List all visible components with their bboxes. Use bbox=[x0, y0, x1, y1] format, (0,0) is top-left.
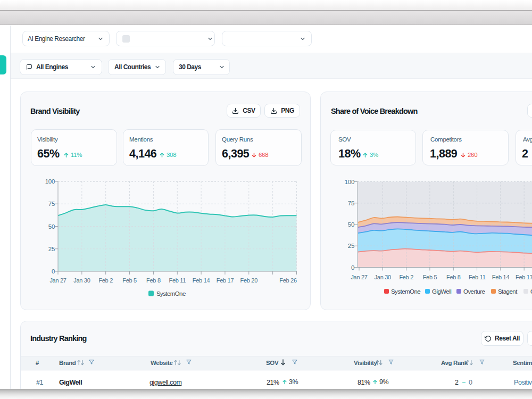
svg-text:SystemOne: SystemOne bbox=[391, 288, 420, 295]
svg-text:Jan 30: Jan 30 bbox=[375, 274, 391, 280]
svg-text:75: 75 bbox=[348, 200, 354, 206]
svg-text:Stagent: Stagent bbox=[498, 288, 518, 295]
svg-text:SystemOne: SystemOne bbox=[156, 290, 186, 297]
svg-text:Feb 14: Feb 14 bbox=[193, 277, 210, 284]
svg-text:0: 0 bbox=[351, 264, 354, 271]
svg-text:100: 100 bbox=[45, 178, 55, 185]
svg-text:Feb 17: Feb 17 bbox=[217, 277, 234, 284]
svg-text:Feb 2: Feb 2 bbox=[98, 277, 113, 284]
svg-text:50: 50 bbox=[48, 223, 55, 230]
svg-text:75: 75 bbox=[48, 201, 55, 207]
svg-text:Feb 8: Feb 8 bbox=[446, 274, 461, 280]
svg-text:Feb 5: Feb 5 bbox=[423, 274, 437, 280]
svg-text:0: 0 bbox=[52, 268, 55, 275]
svg-text:Jan 27: Jan 27 bbox=[351, 274, 367, 280]
svg-text:Overture: Overture bbox=[463, 288, 485, 295]
svg-text:Feb 20: Feb 20 bbox=[240, 277, 258, 284]
svg-text:Feb 8: Feb 8 bbox=[146, 277, 161, 284]
svg-text:50: 50 bbox=[348, 221, 354, 228]
svg-text:Jan 27: Jan 27 bbox=[49, 277, 66, 284]
svg-text:Feb 26: Feb 26 bbox=[279, 277, 297, 284]
svg-text:Feb 5: Feb 5 bbox=[122, 277, 137, 284]
svg-text:Feb 2: Feb 2 bbox=[399, 274, 413, 280]
svg-text:25: 25 bbox=[48, 246, 55, 252]
svg-text:GigWell: GigWell bbox=[432, 288, 451, 295]
svg-text:Feb 17: Feb 17 bbox=[516, 274, 532, 280]
svg-text:Feb 11: Feb 11 bbox=[469, 274, 486, 280]
svg-text:25: 25 bbox=[348, 243, 354, 249]
svg-text:Jan 30: Jan 30 bbox=[73, 277, 90, 284]
svg-text:100: 100 bbox=[345, 179, 354, 185]
svg-text:Feb 11: Feb 11 bbox=[169, 277, 186, 284]
svg-text:Feb 14: Feb 14 bbox=[492, 274, 510, 280]
